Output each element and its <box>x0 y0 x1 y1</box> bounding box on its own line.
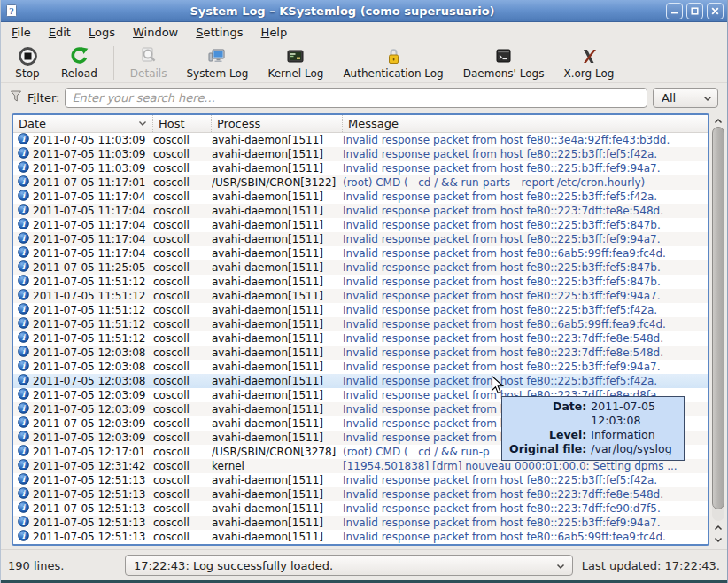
table-row[interactable]: i2011-07-05 12:03:08coscollavahi-daemon[… <box>13 360 708 374</box>
maximize-icon <box>690 6 700 16</box>
menu-file[interactable]: File <box>10 25 33 40</box>
table-row[interactable]: i2011-07-05 11:17:04coscollavahi-daemon[… <box>13 218 708 232</box>
column-header-process[interactable]: Process <box>212 115 343 132</box>
info-icon: i <box>18 331 29 346</box>
row-level-cell: i <box>13 289 33 303</box>
table-row[interactable]: i2011-07-05 11:51:12coscollavahi-daemon[… <box>13 275 708 289</box>
cell-process: avahi-daemon[1511] <box>212 162 343 175</box>
cell-host: coscoll <box>153 474 212 486</box>
row-level-cell: i <box>13 487 33 501</box>
info-icon: i <box>18 416 29 431</box>
titlebar[interactable]: ? System Log – KSystemlog (como superusu… <box>1 0 727 22</box>
table-row[interactable]: i2011-07-05 12:51:13coscollavahi-daemon[… <box>13 487 708 501</box>
toolbar-reload-button[interactable]: Reload <box>58 44 101 81</box>
table-row[interactable]: i2011-07-05 11:17:04coscollavahi-daemon[… <box>13 204 708 218</box>
table-row[interactable]: i2011-07-05 11:03:09coscollavahi-daemon[… <box>13 161 708 175</box>
row-level-cell: i <box>13 374 33 388</box>
row-level-cell: i <box>13 317 33 331</box>
menu-settings[interactable]: Settings <box>194 25 244 40</box>
table-row[interactable]: i2011-07-05 11:25:05coscollavahi-daemon[… <box>13 260 708 275</box>
filter-scope-dropdown[interactable]: All <box>653 88 718 108</box>
vertical-scrollbar[interactable] <box>709 113 725 546</box>
table-row[interactable]: i2011-07-05 11:17:04coscollavahi-daemon[… <box>13 190 708 204</box>
table-row[interactable]: i2011-07-05 12:51:13coscollavahi-daemon[… <box>13 473 708 487</box>
info-icon: i <box>18 275 29 289</box>
scroll-down-button[interactable] <box>714 533 723 546</box>
row-level-cell: i <box>13 204 33 218</box>
last-updated: Last updated: 17:22:43. <box>573 559 720 572</box>
row-level-cell: i <box>13 331 33 346</box>
table-row[interactable]: i2011-07-05 11:51:12coscollavahi-daemon[… <box>13 289 708 303</box>
chevron-down-icon <box>714 537 723 543</box>
row-level-cell: i <box>13 260 33 275</box>
table-row[interactable]: i2011-07-05 12:03:08coscollavahi-daemon[… <box>13 346 708 360</box>
info-icon: i <box>18 317 29 331</box>
toolbar-details-button: Details <box>127 44 171 81</box>
info-icon: i <box>18 232 29 246</box>
toolbar-kernel-log-button[interactable]: Kernel Log <box>264 44 327 81</box>
table-row[interactable]: i2011-07-05 11:17:04coscollavahi-daemon[… <box>13 232 708 246</box>
table-row[interactable]: i2011-07-05 12:51:13coscollavahi-daemon[… <box>13 501 708 516</box>
table-row[interactable]: i2011-07-05 11:51:12coscollavahi-daemon[… <box>13 303 708 317</box>
cell-process: avahi-daemon[1511] <box>212 304 343 316</box>
info-icon: i <box>18 190 29 204</box>
tooltip-grid: Date:2011-07-0512:03:08Level:Information… <box>509 400 677 456</box>
scroll-up-button[interactable] <box>714 114 723 127</box>
table-row[interactable]: i2011-07-05 11:51:12coscollavahi-daemon[… <box>13 317 708 331</box>
cell-process: avahi-daemon[1511] <box>212 318 343 330</box>
info-icon: i <box>18 459 29 473</box>
table-row[interactable]: i2011-07-05 12:51:13coscollavahi-daemon[… <box>13 516 708 530</box>
minimize-button[interactable] <box>666 3 683 19</box>
menu-edit[interactable]: Edit <box>47 25 73 40</box>
cell-date: 2011-07-05 11:03:09 <box>33 148 153 160</box>
scroll-up-button-2[interactable] <box>714 521 723 533</box>
cell-message: Invalid response packet from host fe80::… <box>343 205 708 217</box>
column-header-date[interactable]: Date <box>13 115 153 132</box>
toolbar-daemons-logs-button[interactable]: Daemons' Logs <box>460 44 548 81</box>
cell-host: coscoll <box>153 431 212 444</box>
filter-bar: Filter: All <box>1 83 727 112</box>
toolbar-stop-button[interactable]: Stop <box>10 44 45 81</box>
close-button[interactable] <box>707 3 724 19</box>
column-header-host[interactable]: Host <box>153 115 212 132</box>
toolbar-x-org-log-button[interactable]: X.org Log <box>560 44 617 81</box>
table-row[interactable]: i2011-07-05 11:51:12coscollavahi-daemon[… <box>13 331 708 346</box>
column-header-message[interactable]: Message <box>343 115 708 132</box>
cell-date: 2011-07-05 12:51:13 <box>33 531 153 543</box>
menu-window[interactable]: Window <box>131 25 180 40</box>
cell-date: 2011-07-05 12:03:09 <box>33 389 153 401</box>
menu-logs[interactable]: Logs <box>87 25 117 40</box>
tooltip-label: Original file: <box>509 442 586 456</box>
table-row[interactable]: i2011-07-05 12:31:42coscollkernel[11954.… <box>13 459 708 473</box>
menu-help[interactable]: Help <box>259 25 290 40</box>
scrollbar-track[interactable] <box>712 127 724 521</box>
toolbar-authentication-log-button[interactable]: Authentication Log <box>339 44 446 81</box>
status-message-dropdown[interactable]: 17:22:43: Log successfully loaded. <box>125 555 573 576</box>
system-log-icon <box>208 45 226 66</box>
table-row[interactable]: i2011-07-05 12:51:13coscollavahi-daemon[… <box>13 530 708 544</box>
log-table: Date Host Process Message i2011-07-05 11… <box>12 113 709 546</box>
search-input[interactable] <box>65 88 647 108</box>
scrollbar-thumb[interactable] <box>712 127 724 509</box>
table-row[interactable]: i2011-07-05 11:17:04coscollavahi-daemon[… <box>13 246 708 260</box>
cell-host: coscoll <box>153 162 212 175</box>
table-row[interactable]: i2011-07-05 11:03:09coscollavahi-daemon[… <box>13 133 708 147</box>
cell-date: 2011-07-05 11:03:09 <box>33 162 153 175</box>
toolbar-system-log-button[interactable]: System Log <box>182 44 252 81</box>
table-row[interactable]: i2011-07-05 11:03:09coscollavahi-daemon[… <box>13 147 708 161</box>
row-level-cell: i <box>13 416 33 431</box>
table-row[interactable]: i2011-07-05 12:03:08coscollavahi-daemon[… <box>13 374 708 388</box>
toolbar-button-label: X.org Log <box>563 67 614 80</box>
maximize-button[interactable] <box>686 3 703 19</box>
cell-date: 2011-07-05 11:17:04 <box>33 205 153 217</box>
cell-message: Invalid response packet from host fe80::… <box>343 474 708 486</box>
cell-message: Invalid response packet from host fe80::… <box>343 531 708 543</box>
cell-date: 2011-07-05 12:03:09 <box>33 403 153 416</box>
info-icon: i <box>18 402 29 416</box>
row-level-cell: i <box>13 431 33 445</box>
tooltip-value: 12:03:08 <box>591 414 677 428</box>
status-message: 17:22:43: Log successfully loaded. <box>134 559 333 572</box>
cell-message: Invalid response packet from host fe80::… <box>343 276 708 288</box>
table-row[interactable]: i2011-07-05 11:17:01coscoll/USR/SBIN/CRO… <box>13 175 708 190</box>
ksystemlog-window: ? System Log – KSystemlog (como superusu… <box>0 0 728 583</box>
